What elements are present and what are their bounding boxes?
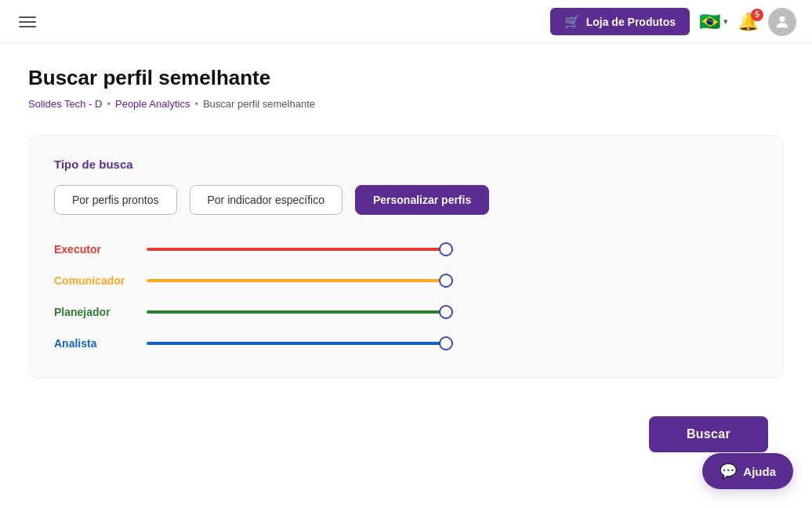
language-selector[interactable]: 🇧🇷 ▾ — [699, 12, 728, 32]
ajuda-button[interactable]: 💬 Ajuda — [702, 453, 793, 489]
breadcrumb-dot-2: • — [194, 98, 198, 110]
slider-thumb-analista[interactable] — [439, 336, 453, 350]
slider-row-comunicador: Comunicador — [54, 274, 446, 287]
page-title: Buscar perfil semelhante — [28, 66, 784, 90]
ajuda-label: Ajuda — [743, 465, 776, 478]
btn-perfis-prontos[interactable]: Por perfis prontos — [54, 185, 177, 215]
slider-thumb-comunicador[interactable] — [439, 274, 453, 288]
hamburger-menu[interactable] — [16, 13, 39, 31]
slider-track-analista — [147, 342, 446, 345]
slider-label-executor: Executor — [54, 243, 132, 256]
chevron-down-icon: ▾ — [723, 16, 728, 27]
chat-icon: 💬 — [720, 463, 737, 480]
slider-row-analista: Analista — [54, 337, 446, 350]
shop-button[interactable]: 🛒 Loja de Produtos — [550, 8, 690, 35]
slider-row-executor: Executor — [54, 243, 446, 256]
slider-row-planejador: Planejador — [54, 306, 446, 318]
search-card: Tipo de busca Por perfis prontos Por ind… — [28, 135, 784, 379]
slider-track-planejador — [147, 310, 446, 314]
buscar-row: Buscar — [28, 416, 784, 452]
slider-label-planejador: Planejador — [54, 306, 132, 318]
breadcrumb-dot-1: • — [107, 98, 111, 110]
breadcrumb: Solides Tech - D • People Analytics • Bu… — [28, 98, 784, 110]
notification-badge: 5 — [751, 9, 763, 21]
btn-indicador-especifico[interactable]: Por indicador específico — [190, 185, 343, 215]
avatar[interactable] — [768, 8, 796, 36]
section-label: Tipo de busca — [54, 158, 758, 171]
slider-track-executor — [147, 248, 446, 251]
notifications-button[interactable]: 🔔 5 — [738, 12, 759, 32]
shop-button-label: Loja de Produtos — [586, 16, 676, 28]
header-right: 🛒 Loja de Produtos 🇧🇷 ▾ 🔔 5 — [550, 8, 796, 36]
breadcrumb-link-people-analytics[interactable]: People Analytics — [115, 98, 190, 110]
breadcrumb-link-solides[interactable]: Solides Tech - D — [28, 98, 102, 110]
slider-label-analista: Analista — [54, 337, 132, 350]
search-type-buttons: Por perfis prontos Por indicador específ… — [54, 185, 758, 215]
svg-point-0 — [779, 16, 785, 21]
main-content: Buscar perfil semelhante Solides Tech - … — [0, 44, 812, 484]
slider-thumb-planejador[interactable] — [439, 305, 453, 319]
header: 🛒 Loja de Produtos 🇧🇷 ▾ 🔔 5 — [0, 0, 812, 44]
buscar-button[interactable]: Buscar — [649, 416, 768, 452]
sliders-section: Executor Comunicador Planejador Analista — [54, 243, 446, 350]
cart-icon: 🛒 — [564, 14, 580, 29]
flag-icon: 🇧🇷 — [699, 12, 720, 32]
slider-track-comunicador — [147, 279, 446, 282]
btn-personalizar-perfis[interactable]: Personalizar perfis — [355, 185, 489, 215]
slider-thumb-executor[interactable] — [439, 242, 453, 256]
slider-label-comunicador: Comunicador — [54, 274, 132, 287]
breadcrumb-current: Buscar perfil semelhante — [203, 98, 315, 110]
